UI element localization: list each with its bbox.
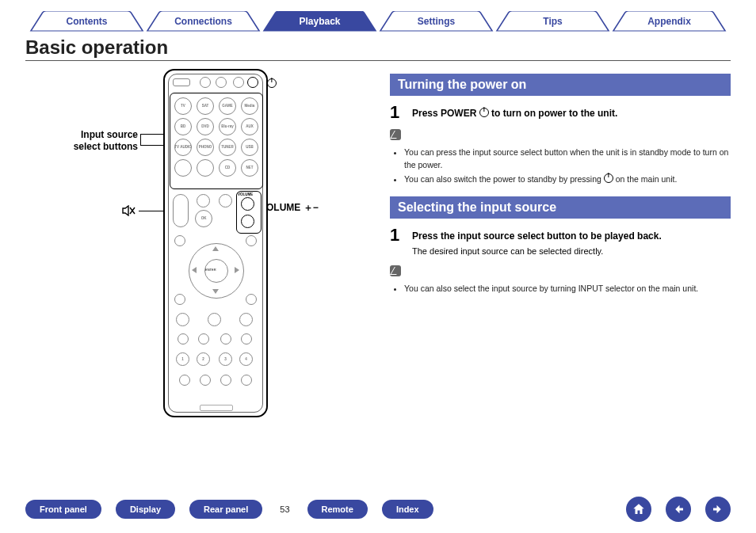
link-rear-panel[interactable]: Rear panel <box>189 500 262 519</box>
title-divider <box>25 60 731 61</box>
note-icon <box>390 265 401 276</box>
remote-diagram: TV SAT GAME Media BD DVD Blu-ray AUX TV … <box>163 69 268 417</box>
section-header-power: Turning the power on <box>390 74 731 96</box>
tab-tips[interactable]: Tips <box>494 11 611 32</box>
prev-button[interactable] <box>666 497 691 522</box>
note-item: You can also select the input source by … <box>404 283 731 295</box>
page-number: 53 <box>277 504 292 514</box>
home-button[interactable] <box>626 497 651 522</box>
tab-label: Tips <box>543 16 562 27</box>
anno-input-source: Input source select buttons <box>68 129 138 153</box>
page-title: Basic operation <box>25 36 731 59</box>
note-icon <box>390 129 401 140</box>
note-item: You can also switch the power to standby… <box>404 173 731 186</box>
next-button[interactable] <box>705 497 731 522</box>
step-number: 1 <box>390 227 404 257</box>
notes-input: You can also select the input source by … <box>393 283 731 295</box>
arrow-left-icon <box>671 502 685 516</box>
notes-power: You can press the input source select bu… <box>393 147 731 185</box>
diagram-area: Input source select buttons VOLUME ＋− <box>25 69 372 449</box>
link-display[interactable]: Display <box>116 500 175 519</box>
tab-label: Playback <box>299 16 340 27</box>
top-tabs: Contents Connections Playback Settings T… <box>29 11 727 32</box>
note-item: You can press the input source select bu… <box>404 147 731 172</box>
tab-settings[interactable]: Settings <box>378 11 494 32</box>
section-header-input: Selecting the input source <box>390 196 731 219</box>
anno-mute-icon <box>122 205 136 219</box>
content-right: Turning the power on 1 Press POWER to tu… <box>390 69 731 449</box>
anno-volume: VOLUME ＋− <box>260 202 319 214</box>
step-power: 1 Press POWER to turn on power to the un… <box>390 104 731 121</box>
tab-label: Appendix <box>647 16 691 27</box>
link-front-panel[interactable]: Front panel <box>25 500 101 519</box>
link-index[interactable]: Index <box>382 500 433 519</box>
tab-playback[interactable]: Playback <box>262 11 378 32</box>
tab-label: Connections <box>174 16 232 27</box>
tab-label: Settings <box>418 16 455 27</box>
tab-connections[interactable]: Connections <box>145 11 262 32</box>
home-icon <box>632 502 646 516</box>
tab-contents[interactable]: Contents <box>29 11 145 32</box>
link-remote[interactable]: Remote <box>307 500 368 519</box>
step-text: Press the input source select button to … <box>412 227 662 257</box>
footer-nav: Front panel Display Rear panel 53 Remote… <box>25 497 731 522</box>
step-subtext: The desired input source can be selected… <box>412 246 662 257</box>
tab-label: Contents <box>67 16 108 27</box>
step-input: 1 Press the input source select button t… <box>390 227 731 257</box>
step-number: 1 <box>390 104 404 121</box>
step-text: Press POWER to turn on power to the unit… <box>412 104 617 121</box>
tab-appendix[interactable]: Appendix <box>611 11 727 32</box>
arrow-right-icon <box>711 502 725 516</box>
anno-power-icon <box>267 78 277 90</box>
